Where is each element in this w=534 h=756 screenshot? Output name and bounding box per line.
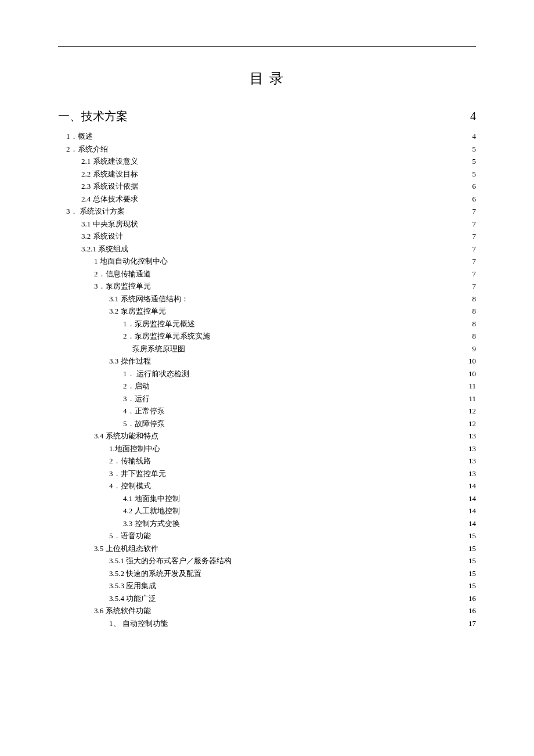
toc-entry: 3.5 上位机组态软件15 xyxy=(58,545,476,552)
toc-entry-label: 3.2 泵房监控单元 xyxy=(109,307,166,315)
toc-entry-label: 3．运行 xyxy=(123,395,150,402)
toc-entry-page: 8 xyxy=(472,295,477,303)
toc-entry-page: 4 xyxy=(470,110,476,123)
toc-entry-label: 1.地面控制中心 xyxy=(109,445,160,452)
toc-entry: 1．概述4 xyxy=(58,132,476,140)
toc-entry: 1.地面控制中心13 xyxy=(58,445,476,452)
toc-entry-page: 10 xyxy=(468,357,476,365)
toc-entry: 4．控制模式14 xyxy=(58,482,476,489)
toc-entry-page: 5 xyxy=(472,145,477,153)
toc-entry-page: 14 xyxy=(468,482,476,489)
toc-entry-label: 3.1 系统网络通信结构： xyxy=(109,295,189,303)
toc-entry: 2.2 系统建设目标5 xyxy=(58,170,476,178)
toc-entry-page: 8 xyxy=(472,332,477,340)
toc-entry-label: 4．正常停泵 xyxy=(123,407,165,415)
toc-entry-page: 6 xyxy=(472,195,477,203)
toc-entry-page: 6 xyxy=(472,182,477,190)
toc-entry: 4.2 人工就地控制14 xyxy=(58,507,476,514)
toc-entry-label: 3． 系统设计方案 xyxy=(66,207,125,215)
toc-entry-label: 泵房系统原理图 xyxy=(132,345,185,352)
toc-entry-page: 15 xyxy=(468,557,476,564)
toc-entry: 3.2 系统设计7 xyxy=(58,232,476,240)
toc-entry: 3．井下监控单元13 xyxy=(58,470,476,477)
toc-entry-label: 3.6 系统软件功能 xyxy=(94,607,151,614)
toc-entry-page: 7 xyxy=(472,282,477,290)
toc-entry-label: 4.2 人工就地控制 xyxy=(123,507,180,514)
toc-entry-page: 11 xyxy=(468,395,476,402)
toc-entry-label: 一、技术方案 xyxy=(58,109,128,124)
toc-entry-label: 2.4 总体技术要求 xyxy=(81,195,138,203)
toc-entry-label: 1 地面自动化控制中心 xyxy=(94,257,168,265)
toc-entry: 2．传输线路13 xyxy=(58,457,476,465)
toc-entry-label: 3.5.2 快速的系统开发及配置 xyxy=(109,570,201,577)
toc-entry: 3.4 系统功能和特点13 xyxy=(58,432,476,440)
toc-entry-page: 7 xyxy=(472,232,477,240)
toc-entry-label: 2．传输线路 xyxy=(109,457,151,465)
toc-entry-label: 2．系统介绍 xyxy=(66,145,108,153)
toc-entry-label: 1．概述 xyxy=(66,132,93,140)
document-page: 目 录 一、技术方案41．概述42．系统介绍52.1 系统建设意义52.2 系统… xyxy=(0,0,534,667)
toc-entry-page: 10 xyxy=(468,370,476,377)
toc-entry: 2.4 总体技术要求6 xyxy=(58,195,476,203)
toc-entry-label: 1．泵房监控单元概述 xyxy=(123,320,195,327)
toc-entry-label: 5．语音功能 xyxy=(109,532,151,539)
toc-entry: 3.2 泵房监控单元8 xyxy=(58,307,476,315)
toc-entry-page: 12 xyxy=(468,407,476,415)
toc-entry: 3.6 系统软件功能16 xyxy=(58,607,476,614)
toc-entry: 5．语音功能15 xyxy=(58,532,476,539)
toc-entry-label: 3.5.4 功能广泛 xyxy=(109,595,156,602)
toc-entry-label: 3.1 中央泵房现状 xyxy=(81,220,138,228)
toc-entry: 3.1 系统网络通信结构：8 xyxy=(58,295,476,303)
toc-entry: 2.3 系统设计依据6 xyxy=(58,182,476,190)
toc-entry: 3.1 中央泵房现状7 xyxy=(58,220,476,228)
toc-entry-label: 3.5.3 应用集成 xyxy=(109,582,156,589)
toc-entry-label: 2．信息传输通道 xyxy=(94,270,151,278)
toc-entry-label: 3.4 系统功能和特点 xyxy=(94,432,158,440)
toc-entry-page: 14 xyxy=(468,495,476,502)
toc-entry-page: 16 xyxy=(468,595,476,602)
toc-entry-page: 7 xyxy=(472,245,477,253)
toc-entry-page: 11 xyxy=(468,382,476,390)
toc-entry-page: 8 xyxy=(472,307,477,315)
toc-entry: 2．信息传输通道7 xyxy=(58,270,476,278)
toc-entry-page: 16 xyxy=(468,607,476,614)
toc-entry-label: 3.2.1 系统组成 xyxy=(81,245,128,253)
toc-entry: 2．系统介绍5 xyxy=(58,145,476,153)
header-rule xyxy=(58,46,476,47)
toc-entry-page: 7 xyxy=(472,270,477,278)
toc-entry: 3.5.1 强大的分布式客户／服务器结构15 xyxy=(58,557,476,564)
toc-entry: 2．泵房监控单元系统实施8 xyxy=(58,332,476,340)
toc-entry: 2.1 系统建设意义5 xyxy=(58,157,476,165)
toc-entry: 1 地面自动化控制中心7 xyxy=(58,257,476,265)
toc-entry: 1、 自动控制功能17 xyxy=(58,620,476,627)
toc-entry-label: 2.1 系统建设意义 xyxy=(81,157,138,165)
toc-entry: 3.5.2 快速的系统开发及配置15 xyxy=(58,570,476,577)
toc-entry: 3．运行11 xyxy=(58,395,476,402)
toc-entry-page: 4 xyxy=(472,132,477,140)
toc-entry-page: 13 xyxy=(468,470,476,477)
table-of-contents: 一、技术方案41．概述42．系统介绍52.1 系统建设意义52.2 系统建设目标… xyxy=(58,109,476,627)
toc-entry-label: 5．故障停泵 xyxy=(123,420,165,427)
toc-entry: 1． 运行前状态检测10 xyxy=(58,370,476,377)
toc-entry-page: 14 xyxy=(468,520,476,527)
toc-entry-label: 3.3 控制方式变换 xyxy=(123,520,180,527)
toc-entry-page: 7 xyxy=(472,220,477,228)
toc-entry-page: 15 xyxy=(468,582,476,589)
toc-entry-label: 3.5 上位机组态软件 xyxy=(94,545,158,552)
toc-entry-label: 2．泵房监控单元系统实施 xyxy=(123,332,210,340)
toc-entry-page: 14 xyxy=(468,507,476,514)
toc-entry-label: 4．控制模式 xyxy=(109,482,151,489)
toc-entry-label: 3.5.1 强大的分布式客户／服务器结构 xyxy=(109,557,232,564)
toc-entry-label: 3.3 操作过程 xyxy=(109,357,151,365)
toc-title: 目 录 xyxy=(58,69,476,88)
toc-entry-label: 2.3 系统设计依据 xyxy=(81,182,138,190)
toc-entry-page: 17 xyxy=(468,620,476,627)
toc-entry: 3.3 操作过程10 xyxy=(58,357,476,365)
toc-entry: 1．泵房监控单元概述8 xyxy=(58,320,476,327)
toc-entry: 3．泵房监控单元7 xyxy=(58,282,476,290)
toc-entry-page: 13 xyxy=(468,445,476,452)
toc-entry-label: 1、 自动控制功能 xyxy=(109,620,168,627)
toc-entry: 3.2.1 系统组成7 xyxy=(58,245,476,253)
toc-entry-page: 8 xyxy=(472,320,477,327)
toc-entry: 3． 系统设计方案7 xyxy=(58,207,476,215)
